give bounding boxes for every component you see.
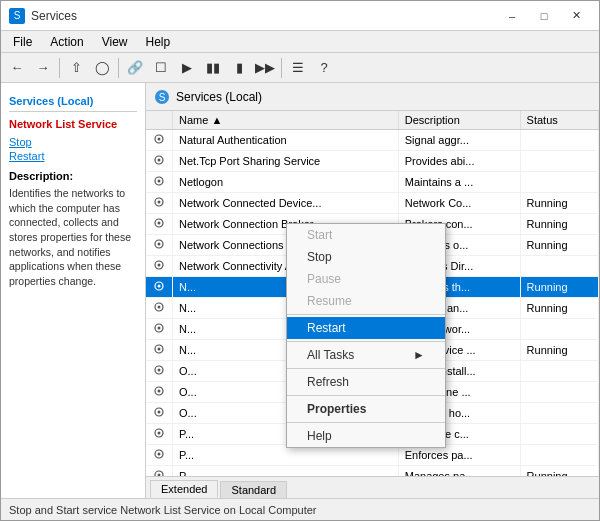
stop-link[interactable]: Stop — [9, 136, 137, 148]
ctx-sep-4 — [287, 395, 445, 396]
row-name: Natural Authentication — [173, 130, 399, 151]
row-status — [520, 382, 598, 403]
ctx-properties-label: Properties — [307, 402, 366, 416]
menu-action[interactable]: Action — [42, 33, 91, 51]
menu-help[interactable]: Help — [138, 33, 179, 51]
stop-button[interactable]: ▮ — [227, 56, 251, 80]
ctx-stop-label: Stop — [307, 250, 332, 264]
gear-icon — [152, 153, 166, 167]
row-icon — [146, 361, 173, 382]
row-status: Running — [520, 277, 598, 298]
services-local-label: Services (Local) — [176, 90, 262, 104]
tab-extended[interactable]: Extended — [150, 480, 218, 498]
ctx-all-tasks[interactable]: All Tasks ► — [287, 344, 445, 366]
show-hide-button[interactable]: ◯ — [90, 56, 114, 80]
toolbar-sep-3 — [281, 58, 282, 78]
restart-link[interactable]: Restart — [9, 150, 137, 162]
services-local-header: S Services (Local) — [146, 83, 599, 111]
restart-button[interactable]: ▶▶ — [253, 56, 277, 80]
start-button[interactable]: ▶ — [175, 56, 199, 80]
menu-view[interactable]: View — [94, 33, 136, 51]
left-panel-header: Services (Local) — [9, 91, 137, 112]
table-row[interactable]: Network Connected Device...Network Co...… — [146, 193, 599, 214]
svg-point-5 — [158, 159, 161, 162]
row-name: Net.Tcp Port Sharing Service — [173, 151, 399, 172]
svg-point-33 — [158, 453, 161, 456]
row-status — [520, 361, 598, 382]
toolbar-sep-1 — [59, 58, 60, 78]
row-icon — [146, 172, 173, 193]
table-row[interactable]: Natural AuthenticationSignal aggr... — [146, 130, 599, 151]
row-icon — [146, 319, 173, 340]
window-controls: – □ ✕ — [497, 5, 591, 27]
gear-icon — [152, 279, 166, 293]
gear-icon — [152, 363, 166, 377]
table-row[interactable]: P...Manages pa...Running — [146, 466, 599, 477]
row-icon — [146, 403, 173, 424]
left-panel-links: Stop Restart — [9, 136, 137, 162]
svg-point-29 — [158, 411, 161, 414]
ctx-sep-3 — [287, 368, 445, 369]
gear-icon — [152, 132, 166, 146]
row-status: Running — [520, 235, 598, 256]
row-description: Manages pa... — [398, 466, 520, 477]
app-icon: S — [9, 8, 25, 24]
col-description[interactable]: Description — [398, 111, 520, 130]
svg-point-21 — [158, 327, 161, 330]
ctx-start[interactable]: Start — [287, 224, 445, 246]
main-window: S Services – □ ✕ File Action View Help ←… — [0, 0, 600, 521]
close-button[interactable]: ✕ — [561, 5, 591, 27]
ctx-restart[interactable]: Restart — [287, 317, 445, 339]
ctx-resume[interactable]: Resume — [287, 290, 445, 312]
services-icon: S — [154, 89, 170, 105]
row-icon — [146, 277, 173, 298]
properties-button[interactable]: ☰ — [286, 56, 310, 80]
help-button[interactable]: ? — [312, 56, 336, 80]
ctx-help[interactable]: Help — [287, 425, 445, 447]
menu-file[interactable]: File — [5, 33, 40, 51]
gear-icon — [152, 216, 166, 230]
tab-standard[interactable]: Standard — [220, 481, 287, 498]
row-status — [520, 424, 598, 445]
table-row[interactable]: NetlogonMaintains a ... — [146, 172, 599, 193]
back-button[interactable]: ← — [5, 56, 29, 80]
svg-point-17 — [158, 285, 161, 288]
status-text: Stop and Start service Network List Serv… — [9, 504, 317, 516]
ctx-pause[interactable]: Pause — [287, 268, 445, 290]
row-name: P... — [173, 466, 399, 477]
row-description: Provides abi... — [398, 151, 520, 172]
svg-point-23 — [158, 348, 161, 351]
row-status — [520, 445, 598, 466]
row-status — [520, 319, 598, 340]
disconnect-button[interactable]: ☐ — [149, 56, 173, 80]
ctx-sep-5 — [287, 422, 445, 423]
row-description: Network Co... — [398, 193, 520, 214]
col-name[interactable]: Name ▲ — [173, 111, 399, 130]
row-icon — [146, 214, 173, 235]
ctx-restart-label: Restart — [307, 321, 346, 335]
ctx-resume-label: Resume — [307, 294, 352, 308]
window-title: Services — [31, 9, 77, 23]
row-status — [520, 256, 598, 277]
pause-button[interactable]: ▮▮ — [201, 56, 225, 80]
ctx-stop[interactable]: Stop — [287, 246, 445, 268]
row-description: Maintains a ... — [398, 172, 520, 193]
col-status[interactable]: Status — [520, 111, 598, 130]
svg-point-9 — [158, 201, 161, 204]
ctx-refresh[interactable]: Refresh — [287, 371, 445, 393]
table-row[interactable]: Net.Tcp Port Sharing ServiceProvides abi… — [146, 151, 599, 172]
connect-button[interactable]: 🔗 — [123, 56, 147, 80]
gear-icon — [152, 405, 166, 419]
forward-button[interactable]: → — [31, 56, 55, 80]
row-icon — [146, 193, 173, 214]
up-button[interactable]: ⇧ — [64, 56, 88, 80]
row-icon — [146, 235, 173, 256]
col-icon — [146, 111, 173, 130]
row-description: Signal aggr... — [398, 130, 520, 151]
right-panel: S Services (Local) Name ▲ Description St… — [146, 83, 599, 498]
row-icon — [146, 256, 173, 277]
maximize-button[interactable]: □ — [529, 5, 559, 27]
gear-icon — [152, 321, 166, 335]
ctx-properties[interactable]: Properties — [287, 398, 445, 420]
minimize-button[interactable]: – — [497, 5, 527, 27]
